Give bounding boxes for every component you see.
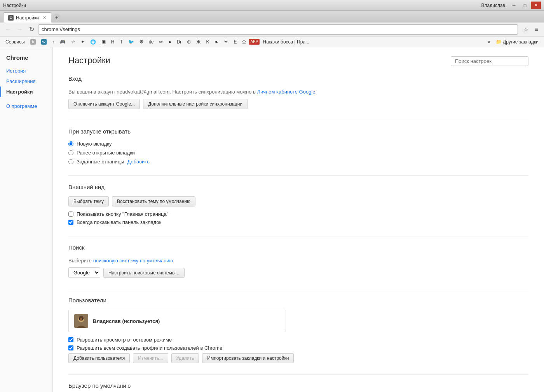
user-card: Владислав (используется) [68, 310, 286, 332]
bookmark-k[interactable]: K [204, 38, 211, 45]
login-section: Вход Вы вошли в аккаунт neadvokatt@gmail… [68, 75, 528, 109]
startup-option-pages[interactable]: Заданные страницы Добавить [68, 159, 528, 165]
bookmark-abp[interactable]: ABP [249, 39, 260, 45]
guest-mode-checkbox-item[interactable]: Разрешить просмотр в гостевом режиме [68, 337, 528, 343]
tab-close-button[interactable]: ✕ [43, 15, 46, 20]
guest-mode-checkbox[interactable] [68, 337, 73, 342]
divider-1 [68, 120, 528, 120]
show-home-checkbox[interactable] [68, 212, 73, 217]
users-section-title: Пользователи [68, 297, 528, 305]
bookmark-dr[interactable]: Dr [174, 38, 184, 45]
appearance-buttons: Выбрать тему Восстановить тему по умолча… [68, 196, 528, 206]
add-pages-link[interactable]: Добавить [127, 159, 150, 165]
google-account-link[interactable]: Личном кабинете Google [257, 89, 316, 95]
sidebar-item-extensions[interactable]: Расширения [0, 76, 52, 87]
create-profiles-checkbox-item[interactable]: Разрешить всем создавать профили пользов… [68, 345, 528, 351]
sync-settings-button[interactable]: Дополнительные настройки синхронизации [143, 99, 248, 109]
login-description: Вы вошли в аккаунт neadvokatt@gmail.com.… [68, 88, 528, 96]
disconnect-account-button[interactable]: Отключить аккаунт Google... [68, 99, 140, 109]
bookmark-plus[interactable]: ⊕ [185, 38, 193, 45]
bookmark-omega[interactable]: Ω [240, 38, 248, 45]
bookmark-h[interactable]: H [109, 38, 117, 45]
startup-radio-new-tab[interactable] [68, 141, 73, 146]
default-browser-section-title: Браузер по умолчанию [68, 382, 528, 390]
settings-tab[interactable]: ⚙ Настройки ✕ [3, 12, 51, 23]
menu-icon[interactable]: ≡ [532, 25, 541, 34]
bookmark-zh[interactable]: Ж [194, 38, 203, 45]
default-browser-section: Браузер по умолчанию В настоящий момент … [68, 382, 528, 392]
startup-section-title: При запуске открывать [68, 128, 528, 136]
create-profiles-checkbox[interactable] [68, 345, 73, 350]
login-buttons: Отключить аккаунт Google... Дополнительн… [68, 99, 528, 109]
back-button[interactable]: ← [3, 24, 13, 35]
bookmark-services[interactable]: Сервисы [3, 38, 27, 45]
minimize-button[interactable]: ─ [509, 2, 519, 9]
bookmark-game[interactable]: 🎮 [58, 38, 68, 45]
configure-search-button[interactable]: Настроить поисковые системы... [103, 268, 185, 278]
main-layout: Chrome История Расширения Настройки О пр… [0, 47, 544, 392]
show-home-checkbox-item[interactable]: Показывать кнопку "Главная страница" [68, 211, 528, 217]
bookmark-circle[interactable]: ● [166, 38, 173, 45]
startup-radio-prev-tabs[interactable] [68, 150, 73, 155]
bookmark-ite[interactable]: ite [146, 38, 156, 45]
title-bar: Настройки Владислав ─ □ ✕ [0, 0, 544, 11]
search-engine-row: Google Яндекс Bing Настроить поисковые с… [68, 267, 528, 278]
bookmark-sun[interactable]: ☀ [221, 38, 230, 45]
bookmark-up[interactable]: ↑ [50, 38, 57, 45]
bookmark-w[interactable]: W [39, 38, 49, 45]
bookmark-globe[interactable]: 🌐 [88, 38, 98, 45]
bookmark-leaf[interactable]: ❧ [212, 38, 221, 45]
bookmarks-more-button[interactable]: » [485, 38, 493, 45]
bookmark-b[interactable]: b [28, 38, 38, 45]
choose-theme-button[interactable]: Выбрать тему [68, 196, 109, 206]
reload-button[interactable]: ↻ [26, 24, 37, 35]
import-bookmarks-button[interactable]: Импортировать закладки и настройки [202, 353, 294, 363]
content-area: Настройки Вход Вы вошли в аккаунт neadvo… [53, 47, 544, 392]
show-bookmarks-checkbox[interactable] [68, 220, 73, 225]
tab-strip: ⚙ Настройки ✕ + [0, 11, 544, 23]
startup-option-prev-tabs[interactable]: Ранее открытые вкладки [68, 150, 528, 156]
bookmark-twitter[interactable]: 🐦 [126, 38, 136, 45]
bookmark-box[interactable]: ▣ [99, 38, 108, 45]
users-section: Пользователи Владислав (используется) [68, 297, 528, 363]
sidebar-title: Chrome [0, 51, 52, 66]
sidebar-item-about[interactable]: О программе [0, 101, 52, 111]
search-engine-dropdown[interactable]: Google Яндекс Bing [68, 267, 100, 278]
reset-theme-button[interactable]: Восстановить тему по умолчанию [112, 196, 195, 206]
bookmark-star[interactable]: ☆ [69, 38, 78, 45]
tab-label: Настройки [16, 15, 39, 21]
bookmark-t[interactable]: T [117, 38, 125, 45]
show-bookmarks-checkbox-item[interactable]: Всегда показывать панель закладок [68, 219, 528, 225]
startup-radio-group: Новую вкладку Ранее открытые вкладки Зад… [68, 141, 528, 165]
startup-section: При запуске открывать Новую вкладку Ране… [68, 128, 528, 165]
appearance-section: Внешний вид Выбрать тему Восстановить те… [68, 184, 528, 225]
address-bar [38, 24, 518, 35]
users-buttons: Добавить пользователя Изменить... Удалит… [68, 353, 528, 363]
bookmark-nakaji[interactable]: Накажи босса | Пра... [260, 38, 311, 45]
bookmark-pencil[interactable]: ✏ [157, 38, 165, 45]
star-icon[interactable]: ☆ [521, 25, 530, 34]
sidebar-item-history[interactable]: История [0, 66, 52, 76]
startup-option-new-tab[interactable]: Новую вкладку [68, 141, 528, 147]
new-tab-button[interactable]: + [53, 14, 61, 21]
title-bar-left: Настройки [3, 3, 26, 8]
edit-user-button[interactable]: Изменить... [133, 353, 168, 363]
close-button[interactable]: ✕ [531, 2, 541, 9]
url-input[interactable] [42, 26, 514, 32]
delete-user-button[interactable]: Удалить [171, 353, 199, 363]
divider-4 [68, 289, 528, 289]
sidebar-item-settings[interactable]: Настройки [0, 87, 52, 97]
appearance-section-title: Внешний вид [68, 184, 528, 192]
bookmark-mark[interactable]: ✦ [78, 38, 87, 45]
startup-radio-pages[interactable] [68, 159, 73, 164]
default-search-link[interactable]: поисковую систему по умолчанию [93, 258, 173, 264]
avatar [74, 314, 88, 328]
other-bookmarks-button[interactable]: 📁 Другие закладки [493, 38, 541, 45]
svg-point-4 [82, 318, 84, 320]
add-user-button[interactable]: Добавить пользователя [68, 353, 130, 363]
bookmark-flower[interactable]: ❋ [137, 38, 146, 45]
forward-button[interactable]: → [15, 24, 25, 35]
maximize-button[interactable]: □ [520, 2, 530, 9]
search-input[interactable] [451, 56, 528, 66]
bookmark-e[interactable]: E [231, 38, 239, 45]
